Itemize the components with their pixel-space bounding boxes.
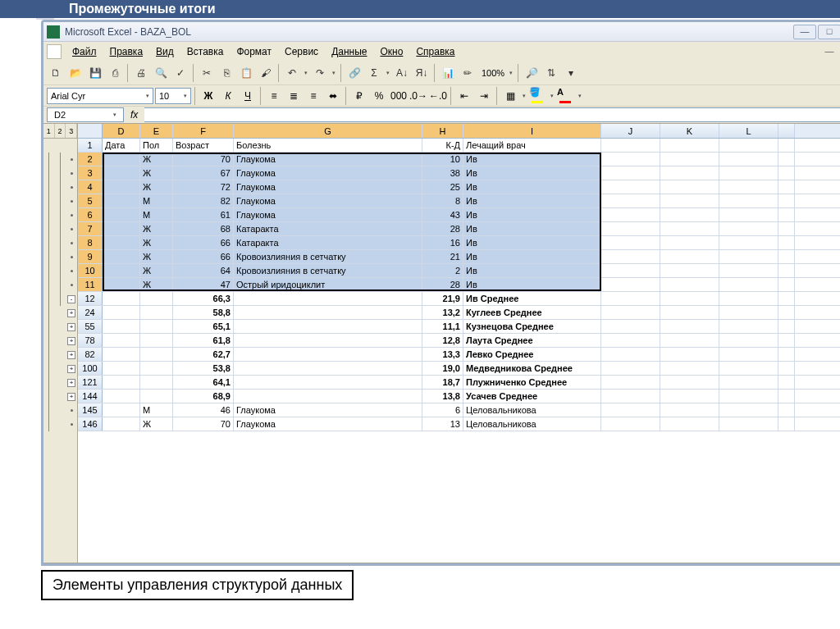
- sheet-tab[interactable]: EXC_OFT: [103, 565, 162, 566]
- menu-tools[interactable]: Сервис: [279, 44, 324, 59]
- underline-button[interactable]: Ч: [239, 87, 257, 105]
- table-row[interactable]: 55 65,1 11,1 Кузнецова Среднее: [78, 320, 840, 334]
- menu-view[interactable]: Вид: [150, 44, 180, 59]
- tab-prev-button[interactable]: ◀: [58, 564, 73, 567]
- fontsize-select[interactable]: 10▾: [155, 88, 191, 104]
- saveall-icon[interactable]: ⎙: [106, 64, 124, 82]
- fx-icon[interactable]: fx: [130, 109, 138, 121]
- fontcolor-button[interactable]: A: [557, 87, 575, 105]
- table-row[interactable]: 6 М 61 Глаукома 43 Ив: [78, 208, 840, 222]
- outline-level-1[interactable]: 1: [43, 124, 55, 138]
- italic-button[interactable]: К: [219, 87, 237, 105]
- table-row[interactable]: 8 Ж 66 Катаракта 16 Ив: [78, 236, 840, 250]
- borders-button[interactable]: ▦: [501, 87, 519, 105]
- tab-next-button[interactable]: ▶: [73, 564, 88, 567]
- col-header-J[interactable]: J: [601, 124, 660, 138]
- col-header-F[interactable]: F: [173, 124, 234, 138]
- table-row[interactable]: 24 58,8 13,2 Куглеев Среднее: [78, 306, 840, 320]
- options-icon[interactable]: ▾: [562, 64, 580, 82]
- decdecimal-button[interactable]: ←.0: [429, 87, 447, 105]
- redo-icon[interactable]: ↷: [311, 64, 329, 82]
- table-row[interactable]: 5 М 82 Глаукома 8 Ив: [78, 194, 840, 208]
- menu-insert[interactable]: Вставка: [181, 44, 230, 59]
- decindent-button[interactable]: ⇥: [475, 87, 493, 105]
- currency-button[interactable]: ₽: [350, 87, 368, 105]
- incindent-button[interactable]: ⇤: [455, 87, 473, 105]
- scroll-left-button[interactable]: ◀: [166, 565, 179, 567]
- table-row[interactable]: 2 Ж 70 Глаукома 10 Ив: [78, 153, 840, 166]
- chart-icon[interactable]: 📊: [439, 64, 457, 82]
- bold-button[interactable]: Ж: [199, 87, 217, 105]
- table-row[interactable]: 10 Ж 64 Кровоизлияния в сетчатку 2 Ив: [78, 264, 840, 278]
- doc-minimize[interactable]: —: [823, 46, 836, 57]
- open-icon[interactable]: 📂: [66, 64, 84, 82]
- app-icon[interactable]: [47, 44, 62, 59]
- col-header-D[interactable]: D: [103, 124, 140, 138]
- drawing-icon[interactable]: ✏: [459, 64, 477, 82]
- table-row[interactable]: 146 Ж 70 Глаукома 13 Целовальникова: [78, 417, 840, 431]
- undo-dropdown[interactable]: ▾: [303, 70, 309, 76]
- percent-button[interactable]: %: [370, 87, 388, 105]
- menu-edit[interactable]: Правка: [104, 44, 149, 59]
- table-row[interactable]: 9 Ж 66 Кровоизлияния в сетчатку 21 Ив: [78, 250, 840, 264]
- outline-level-2[interactable]: 2: [55, 124, 66, 138]
- col-header-I[interactable]: I: [463, 124, 601, 138]
- selectall-corner[interactable]: [78, 124, 103, 138]
- menu-file[interactable]: Файл: [66, 44, 103, 59]
- redo-dropdown[interactable]: ▾: [331, 70, 337, 76]
- formula-input[interactable]: [144, 107, 840, 122]
- name-box[interactable]: D2▾: [47, 107, 124, 122]
- print-icon[interactable]: 🖨: [132, 64, 150, 82]
- merge-button[interactable]: ⬌: [324, 87, 342, 105]
- table-row[interactable]: 100 53,8 19,0 Медведникова Среднее: [78, 362, 840, 376]
- outline-level-3[interactable]: 3: [66, 124, 77, 138]
- table-row[interactable]: 145 М 46 Глаукома 6 Целовальникова: [78, 403, 840, 417]
- table-row[interactable]: 12 66,3 21,9 Ив Среднее: [78, 292, 840, 306]
- zoom-select[interactable]: 100%▾: [478, 68, 514, 78]
- sortasc-icon[interactable]: A↓: [393, 64, 411, 82]
- font-select[interactable]: Arial Cyr▾: [47, 88, 153, 104]
- table-row[interactable]: 78 61,8 12,8 Лаута Среднее: [78, 334, 840, 348]
- table-row[interactable]: 7 Ж 68 Катаракта 28 Ив: [78, 222, 840, 236]
- table-row[interactable]: 144 68,9 13,8 Усачев Среднее: [78, 390, 840, 403]
- sortdesc-icon[interactable]: Я↓: [413, 64, 431, 82]
- autosum-dropdown[interactable]: ▾: [385, 70, 391, 76]
- comma-button[interactable]: 000: [390, 87, 408, 105]
- new-icon[interactable]: 🗋: [47, 64, 65, 82]
- hscroll[interactable]: ◀ ▶: [165, 564, 840, 567]
- table-row[interactable]: 3 Ж 67 Глаукома 38 Ив: [78, 166, 840, 180]
- table-row[interactable]: 11 Ж 47 Острый иридоциклит 28 Ив: [78, 278, 840, 292]
- save-icon[interactable]: 💾: [86, 64, 104, 82]
- spellcheck-icon[interactable]: ✓: [171, 64, 189, 82]
- incdecimal-button[interactable]: .0→: [409, 87, 427, 105]
- col-header-E[interactable]: E: [140, 124, 173, 138]
- find-icon[interactable]: 🔎: [523, 64, 541, 82]
- copy-icon[interactable]: ⎘: [217, 64, 235, 82]
- col-header-M[interactable]: [778, 124, 795, 138]
- table-row[interactable]: 4 Ж 72 Глаукома 25 Ив: [78, 180, 840, 194]
- undo-icon[interactable]: ↶: [283, 64, 301, 82]
- col-header-L[interactable]: L: [719, 124, 778, 138]
- menu-window[interactable]: Окно: [374, 44, 409, 59]
- fillcolor-button[interactable]: 🪣: [529, 87, 547, 105]
- aligncenter-button[interactable]: ≣: [285, 87, 303, 105]
- preview-icon[interactable]: 🔍: [152, 64, 170, 82]
- col-header-H[interactable]: H: [422, 124, 463, 138]
- sort-icon[interactable]: ⇅: [542, 64, 560, 82]
- cut-icon[interactable]: ✂: [198, 64, 216, 82]
- alignleft-button[interactable]: ≡: [265, 87, 283, 105]
- autosum-icon[interactable]: Σ: [365, 64, 383, 82]
- hscroll-thumb[interactable]: [179, 565, 310, 567]
- col-header-G[interactable]: G: [234, 124, 422, 138]
- paste-icon[interactable]: 📋: [237, 64, 255, 82]
- alignright-button[interactable]: ≡: [304, 87, 322, 105]
- link-icon[interactable]: 🔗: [345, 64, 363, 82]
- menu-data[interactable]: Данные: [326, 44, 372, 59]
- table-row[interactable]: 82 62,7 13,3 Левко Среднее: [78, 348, 840, 362]
- menu-format[interactable]: Формат: [231, 44, 277, 59]
- grid-body[interactable]: 1 Дата Пол Возраст Болезнь К-Д Лечащий в…: [78, 139, 840, 431]
- formatpainter-icon[interactable]: 🖌: [257, 64, 275, 82]
- minimize-button[interactable]: —: [793, 25, 816, 39]
- table-row[interactable]: 121 64,1 18,7 Плужниченко Среднее: [78, 376, 840, 390]
- col-header-K[interactable]: K: [660, 124, 719, 138]
